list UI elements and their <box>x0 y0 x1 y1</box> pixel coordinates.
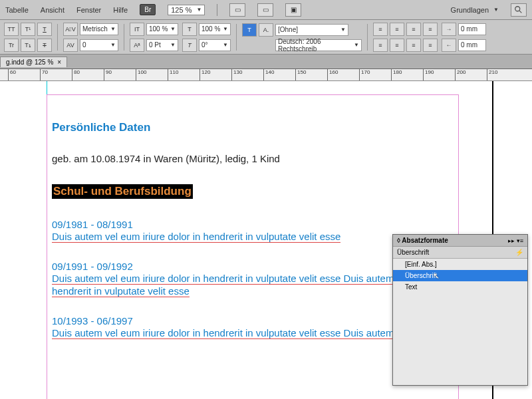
ruler-tick: 200 <box>455 69 466 81</box>
ruler-tick: 180 <box>391 69 402 81</box>
view-mode-icon-3[interactable]: ▣ <box>285 3 301 17</box>
style-item[interactable]: Text <box>393 281 527 293</box>
justify-left-button[interactable]: ≡ <box>373 39 388 52</box>
ruler-tick: 60 <box>8 69 16 81</box>
panel-current-style: Überschrift ⚡ <box>393 247 527 259</box>
indent-left-value[interactable]: 0 mm <box>458 23 486 35</box>
justify-all-button[interactable]: ≡ <box>423 39 438 52</box>
cursor-icon: ↖ <box>433 271 440 281</box>
subscript-button[interactable]: Tr <box>4 39 19 52</box>
ruler-tick: 80 <box>72 69 80 81</box>
ruler-tick: 190 <box>423 69 434 81</box>
ruler-tick: 140 <box>263 69 274 81</box>
tracking-value[interactable]: 0▼ <box>80 39 118 51</box>
bridge-button[interactable]: Br <box>140 4 156 15</box>
ruler-tick: 120 <box>200 69 210 81</box>
menu-fenster[interactable]: Fenster <box>76 6 101 14</box>
ruler-tick: 170 <box>359 69 370 81</box>
menu-bar: Tabelle Ansicht Fenster Hilfe Br 125 %▼ … <box>0 0 532 20</box>
char-style-select[interactable]: [Ohne]▼ <box>275 24 348 36</box>
indent-right-icon: ← <box>442 39 456 52</box>
underline-button[interactable]: T <box>37 23 52 36</box>
view-mode-icon-1[interactable]: ▭ <box>229 3 245 17</box>
skew-icon: T <box>182 39 197 52</box>
control-panel: TT T¹ T Tr T₁ T AͮV Metrisch▼ AV 0▼ IT 1… <box>0 20 532 55</box>
fill-text-icon[interactable]: T <box>242 23 257 37</box>
paragraph-styles-panel[interactable]: ◊ Absatzformate ▸▸ ▾≡ Überschrift ⚡ [Ein… <box>392 234 528 386</box>
date-range-1: 09/1981 - 08/1991 <box>52 219 477 230</box>
document-tab-title: g.indd @ 125 % <box>6 59 53 66</box>
panel-tab-bar: ◊ Absatzformate ▸▸ ▾≡ <box>393 235 527 247</box>
menu-ansicht[interactable]: Ansicht <box>41 6 65 14</box>
vscale-icon: IT <box>130 23 144 36</box>
indent-left-icon: → <box>442 23 456 36</box>
ruler-tick: 150 <box>295 69 306 81</box>
workspace-selector[interactable]: Grundlagen▼ <box>451 6 499 14</box>
language-select[interactable]: Deutsch: 2006 Rechtschreib▼ <box>275 39 362 51</box>
ruler-tick: 90 <box>104 69 112 81</box>
view-mode-icon-2[interactable]: ▭ <box>257 3 273 17</box>
hscale-icon: T <box>182 23 197 36</box>
ruler-tick: 130 <box>231 69 242 81</box>
indent-right-value[interactable]: 0 mm <box>458 39 486 51</box>
menu-hilfe[interactable]: Hilfe <box>113 6 128 14</box>
style-item-selected[interactable]: Überschrift↖ <box>393 270 527 281</box>
kerning-value[interactable]: Metrisch▼ <box>80 23 118 35</box>
zoom-level[interactable]: 125 %▼ <box>168 5 205 15</box>
ruler-tick: 110 <box>168 69 178 81</box>
align-left-button[interactable]: ≡ <box>373 23 388 36</box>
heading-personal: Persönliche Daten <box>52 121 477 134</box>
hscale-value[interactable]: 100 %▼ <box>199 23 231 35</box>
panel-controls[interactable]: ▸▸ ▾≡ <box>508 237 523 244</box>
baseline-value[interactable]: 0 Pt▼ <box>146 39 178 51</box>
superscript-button[interactable]: TT <box>4 23 19 36</box>
horizontal-ruler[interactable]: 6070809010011012013014015016017018019020… <box>0 69 532 81</box>
style-list[interactable]: [Einf. Abs.]Überschrift↖Text <box>393 259 527 385</box>
justify-center-button[interactable]: ≡ <box>390 39 404 52</box>
panel-title: ◊ Absatzformate <box>397 237 448 244</box>
personal-info: geb. am 10.08.1974 in Waren (Müritz), le… <box>52 153 477 164</box>
ruler-tick: 100 <box>136 69 146 81</box>
tracking-icon: AV <box>63 39 78 52</box>
allcaps-button[interactable]: T₁ <box>21 39 35 52</box>
close-icon[interactable]: × <box>57 59 61 66</box>
clear-override-icon[interactable]: ⚡ <box>515 249 523 256</box>
justify-right-button[interactable]: ≡ <box>406 39 421 52</box>
menu-tabelle[interactable]: Tabelle <box>5 6 29 14</box>
style-item[interactable]: [Einf. Abs.] <box>393 259 527 270</box>
search-icon <box>514 5 523 15</box>
baseline-icon: Aª <box>130 39 144 52</box>
column-guide <box>47 81 47 399</box>
search-button[interactable] <box>511 3 527 17</box>
justify-button[interactable]: ≡ <box>423 23 438 36</box>
kerning-icon: AͮV <box>63 23 78 36</box>
strikethrough-button[interactable]: T <box>37 39 52 52</box>
vscale-value[interactable]: 100 %▼ <box>146 23 178 35</box>
char-style-icon: A. <box>259 23 273 37</box>
skew-value[interactable]: 0°▼ <box>199 39 231 51</box>
heading-education-selected: Schul- und Berufsbildung <box>52 184 193 199</box>
document-tab[interactable]: g.indd @ 125 % × <box>0 57 67 67</box>
svg-point-0 <box>515 6 520 11</box>
ruler-tick: 70 <box>40 69 48 81</box>
align-center-button[interactable]: ≡ <box>390 23 404 36</box>
align-right-button[interactable]: ≡ <box>406 23 421 36</box>
smallcaps-button[interactable]: T¹ <box>21 23 35 36</box>
ruler-tick: 160 <box>327 69 338 81</box>
svg-line-1 <box>519 10 522 13</box>
document-tab-bar: g.indd @ 125 % × <box>0 55 532 69</box>
ruler-tick: 210 <box>487 69 497 81</box>
